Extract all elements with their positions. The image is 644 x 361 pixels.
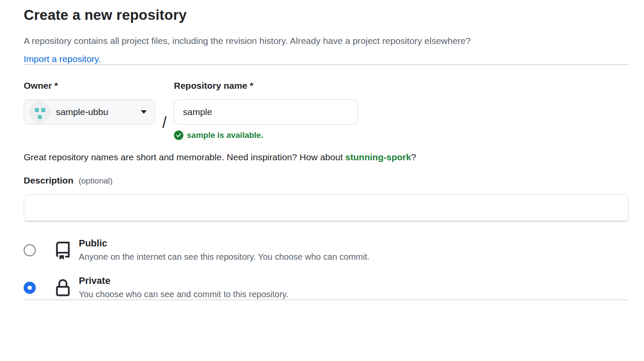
check-circle-icon <box>174 131 183 140</box>
description-input[interactable] <box>24 194 629 221</box>
visibility-option-public[interactable]: Public Anyone on the internet can see th… <box>24 237 629 262</box>
divider <box>24 299 629 300</box>
visibility-section: Public Anyone on the internet can see th… <box>24 237 629 299</box>
lock-icon <box>54 278 72 298</box>
private-option-text: Private You choose who can see and commi… <box>79 275 288 299</box>
private-option-description: You choose who can see and commit to thi… <box>79 289 288 299</box>
public-option-description: Anyone on the internet can see this repo… <box>79 252 370 262</box>
repo-name-field: Repository name * sample is available. <box>174 81 358 140</box>
divider <box>24 221 629 222</box>
description-label-row: Description (optional) <box>24 175 629 186</box>
private-radio[interactable] <box>24 282 36 294</box>
page-title: Create a new repository <box>24 7 629 23</box>
public-radio[interactable] <box>24 244 36 256</box>
suggested-repo-name[interactable]: stunning-spork <box>345 152 411 162</box>
divider <box>24 64 629 65</box>
chevron-down-icon <box>141 110 147 114</box>
owner-avatar <box>29 102 50 122</box>
page-subtitle: A repository contains all project files,… <box>24 34 629 47</box>
public-option-text: Public Anyone on the internet can see th… <box>79 237 370 262</box>
private-option-title: Private <box>79 275 288 287</box>
owner-label: Owner * <box>24 81 155 91</box>
required-mark: * <box>250 81 253 90</box>
owner-repo-separator: / <box>162 115 167 131</box>
owner-field: Owner * sample-ubbu <box>24 81 155 124</box>
repo-name-label: Repository name * <box>174 81 358 91</box>
import-repository-link[interactable]: Import a repository. <box>24 54 101 64</box>
create-repository-form: Create a new repository A repository con… <box>24 0 629 300</box>
availability-message: sample is available. <box>174 131 358 140</box>
repo-icon <box>54 241 72 261</box>
owner-repo-row: Owner * sample-ubbu / Repository name * <box>24 81 629 140</box>
public-option-title: Public <box>79 237 370 249</box>
owner-name: sample-ubbu <box>56 107 108 117</box>
visibility-option-private[interactable]: Private You choose who can see and commi… <box>24 275 629 299</box>
optional-note: (optional) <box>78 176 112 185</box>
description-section: Description (optional) <box>24 175 629 221</box>
name-inspiration-text: Great repository names are short and mem… <box>24 152 629 162</box>
repo-name-input[interactable] <box>174 100 358 124</box>
description-label: Description <box>24 175 74 185</box>
required-mark: * <box>54 81 58 90</box>
owner-dropdown[interactable]: sample-ubbu <box>24 100 155 124</box>
